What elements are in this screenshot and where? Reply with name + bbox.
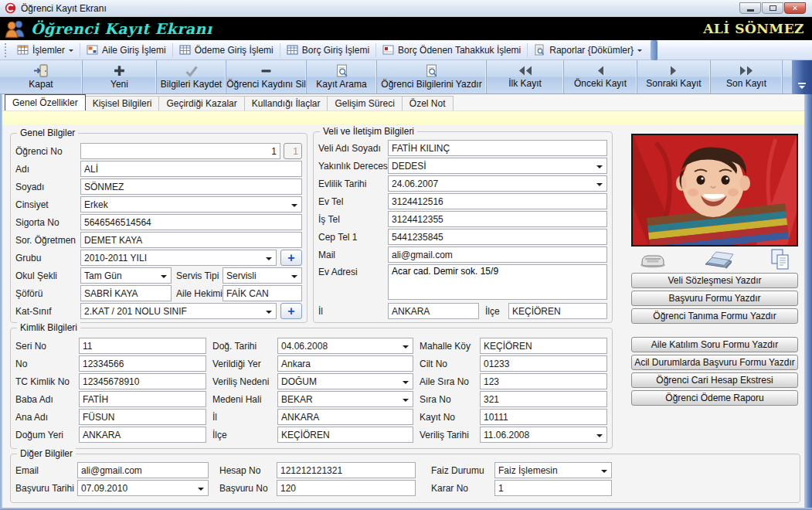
add-kat-sinif-button[interactable]: +	[280, 303, 302, 319]
email-input[interactable]	[77, 462, 209, 478]
tab-ozel-not[interactable]: Özel Not	[402, 96, 454, 110]
tab-genel-ozellikler[interactable]: Genel Özellikler	[5, 94, 86, 110]
kapat-button[interactable]: Kapat	[0, 60, 83, 94]
son-kayit-button[interactable]: Son Kayıt	[711, 60, 783, 94]
mahalle-koy-input[interactable]	[480, 338, 607, 354]
ana-adi-input[interactable]	[79, 409, 206, 425]
dropdown-arrow-icon	[291, 204, 297, 210]
field-label: Ev Tel	[318, 196, 388, 207]
menu-raporlar[interactable]: Raporlar {Dökümler}	[528, 42, 647, 59]
basvuru-tarihi-picker[interactable]: 07.09.2010	[77, 480, 209, 496]
tab-kullandigi-ilaclar[interactable]: Kullandığı İlaçlar	[244, 96, 328, 110]
kimlik-il-input[interactable]	[277, 409, 413, 425]
ogrenci-odeme-raporu-button[interactable]: Öğrenci Ödeme Raporu	[631, 390, 798, 406]
ilk-kayit-button[interactable]: İlk Kayıt	[487, 60, 564, 94]
karar-no-input[interactable]	[494, 480, 612, 496]
kat-sinif-select[interactable]: 2.KAT / 201 NOLU SINIF	[80, 303, 277, 319]
kayit-arama-button[interactable]: Kayıt Arama	[307, 60, 377, 94]
menu-aile-giris[interactable]: Aile Giriş İşlemi	[81, 42, 172, 59]
menu-borc-giris[interactable]: Borç Giriş İşlemi	[281, 42, 375, 59]
dog-tarihi-picker[interactable]: 04.06.2008	[277, 338, 413, 354]
menu-borc-odenen-tahakkuk[interactable]: Borç Ödenen Tahakkuk İşlemi	[377, 42, 526, 59]
aile-sira-no-input[interactable]	[480, 373, 607, 389]
field-row: Şöförü Aile Hekimi	[15, 285, 302, 301]
soyadi-input[interactable]	[80, 178, 302, 195]
field-row: Kayıt No	[420, 409, 607, 425]
ev-tel-input[interactable]	[388, 193, 607, 209]
menubar-overflow-handle[interactable]	[651, 40, 657, 60]
tab-gecirdigi-kazalar[interactable]: Geçirdiği Kazalar	[158, 96, 244, 110]
ev-adresi-textarea[interactable]: Acar cad. Demir sok. 15/9	[388, 264, 607, 300]
ogrenci-tanima-formu-yazdir-button[interactable]: Öğrenci Tanıma Formu Yazdır	[631, 308, 798, 324]
veli-il-input[interactable]	[388, 303, 479, 319]
field-row: No	[15, 355, 206, 372]
adi-input[interactable]	[80, 161, 302, 177]
ogrenci-no-input[interactable]	[80, 143, 280, 159]
onceki-kayit-button[interactable]: Önceki Kayıt	[564, 60, 637, 94]
maximize-button[interactable]	[762, 2, 783, 14]
yakinlik-derecesi-select[interactable]: DEDESİ	[388, 158, 607, 174]
servis-tipi-select[interactable]: Servisli	[223, 267, 302, 284]
cinsiyet-select[interactable]: Erkek	[80, 196, 302, 212]
sira-no-input[interactable]	[480, 391, 607, 407]
basvuru-formu-yazdir-button[interactable]: Başvuru Formu Yazdır	[631, 291, 798, 306]
yeni-button[interactable]: Yeni	[83, 60, 157, 94]
verilis-nedeni-select[interactable]: DOĞUM	[277, 373, 413, 389]
field-label: Öğrenci No	[15, 146, 80, 157]
evlilik-tarihi-picker[interactable]: 24.06.2007	[388, 175, 607, 192]
sor-ogretmen-input[interactable]	[80, 232, 302, 248]
field-label: Sor. Öğretmen	[15, 235, 80, 246]
faiz-durumu-select[interactable]: Faiz İşlemesin	[494, 462, 612, 478]
ogrenci-kaydini-sil-button[interactable]: Öğrenci Kaydını Sil	[226, 60, 307, 94]
aile-katilim-soru-formu-yazdir-button[interactable]: Aile Katılım Soru Formu Yazdır	[631, 337, 798, 352]
dropdown-arrow-icon	[596, 183, 603, 189]
add-grubu-button[interactable]: +	[280, 250, 302, 266]
mail-input[interactable]	[388, 246, 607, 263]
kimlik-ilce-input[interactable]	[277, 427, 413, 443]
field-row: Mail	[318, 246, 607, 263]
veli-adi-soyadi-input[interactable]	[388, 140, 607, 156]
cep-tel-1-input[interactable]	[388, 229, 607, 245]
field-label: Medeni Hali	[212, 394, 277, 405]
soforu-input[interactable]	[80, 285, 172, 301]
ogrenci-cari-hesap-ekstresi-button[interactable]: Öğrenci Cari Hesap Ekstresi	[631, 372, 798, 388]
menu-islemler[interactable]: İşlemler	[12, 42, 79, 59]
aile-hekimi-input[interactable]	[223, 285, 302, 301]
medeni-hali-select[interactable]: BEKAR	[277, 391, 413, 407]
field-label: Okul Şekli	[15, 270, 80, 281]
tab-gelisim-sureci[interactable]: Gelişim Süreci	[327, 96, 402, 110]
scanner-icon[interactable]	[703, 250, 734, 270]
ogrenci-bilgilerini-yazdir-button[interactable]: Öğrenci Bilgilerini Yazdır	[377, 60, 487, 94]
menu-odeme-giris[interactable]: Ödeme Giriş İşlemi	[174, 42, 279, 59]
tab-kisisel-bilgileri[interactable]: Kişisel Bilgileri	[85, 96, 160, 110]
bilgileri-kaydet-button[interactable]: Bilgileri Kaydet	[157, 60, 226, 94]
verilis-tarihi-picker[interactable]: 11.06.2008	[480, 427, 607, 443]
veli-sozlesmesi-yazdir-button[interactable]: Veli Sözleşmesi Yazdır	[631, 273, 798, 288]
kayit-no-input[interactable]	[480, 409, 607, 425]
hesap-no-input[interactable]	[277, 462, 416, 478]
seri-no-input[interactable]	[79, 338, 206, 354]
verildigi-yer-input[interactable]	[277, 355, 413, 372]
printer-icon[interactable]	[639, 250, 667, 269]
tc-kimlik-no-input[interactable]	[79, 373, 206, 389]
minimize-button[interactable]	[739, 2, 761, 14]
veli-ilce-input[interactable]	[508, 303, 607, 319]
field-row: Baba Adı	[15, 391, 206, 407]
field-label: İl	[212, 412, 277, 423]
is-tel-input[interactable]	[388, 211, 607, 227]
sonraki-kayit-button[interactable]: Sonraki Kayıt	[637, 60, 711, 94]
baba-adi-input[interactable]	[79, 391, 206, 407]
acil-durumlarda-basvuru-formu-yazdir-button[interactable]: Acil Durumlarda Başvuru Formu Yazdır	[631, 355, 798, 370]
sigorta-no-input[interactable]	[80, 214, 302, 230]
basvuru-no-input[interactable]	[277, 480, 416, 496]
dogum-yeri-input[interactable]	[79, 427, 206, 443]
no-input[interactable]	[79, 355, 206, 372]
field-label: No	[15, 359, 79, 369]
okul-sekli-select[interactable]: Tam Gün	[80, 267, 172, 284]
grubu-select[interactable]: 2010-2011 YILI	[80, 250, 277, 266]
field-row: Sor. Öğretmen	[15, 232, 302, 248]
toolbar-overflow-handle[interactable]	[792, 60, 812, 94]
copy-documents-icon[interactable]	[770, 248, 790, 271]
close-button[interactable]: ×	[784, 2, 806, 14]
cilt-no-input[interactable]	[480, 355, 607, 372]
